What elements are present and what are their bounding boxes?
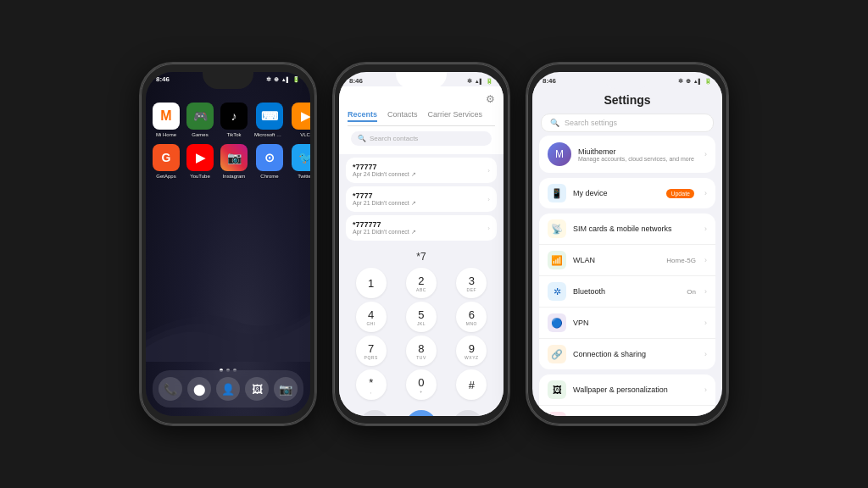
call-number: *7777 — [353, 191, 416, 200]
number-display: *7 — [339, 247, 504, 264]
wlan-value: Home-5G — [666, 257, 696, 264]
settings-item-device[interactable]: 📱 My device Update › — [539, 178, 715, 208]
chevron-icon: › — [704, 150, 707, 158]
dock-contacts-icon[interactable]: 👤 — [216, 377, 240, 401]
settings-search-bar[interactable]: 🔍 Search settings — [541, 114, 714, 132]
dialer-tabs: Recents Contacts Carrier Services — [348, 108, 495, 126]
call-info: Apr 21 Didn't connect ↗ — [353, 229, 416, 236]
settings-title: Settings — [542, 93, 712, 107]
status-icons: ✲⊕▲▌🔋 — [266, 76, 300, 83]
app-getapps[interactable]: G GetApps — [153, 144, 180, 179]
time-display: 8:46 — [349, 77, 363, 85]
search-icon: 🔍 — [550, 119, 559, 127]
app-chrome[interactable]: ⊙ Chrome — [254, 144, 285, 179]
settings-item-wallpaper[interactable]: 🖼 Wallpaper & personalization › — [539, 374, 715, 406]
dial-key-hash[interactable]: # — [456, 369, 487, 400]
dock-camera-icon[interactable]: ⬤ — [187, 377, 211, 401]
voicemail-button[interactable]: ☰ — [359, 410, 390, 416]
chevron-icon: › — [487, 167, 490, 175]
dial-key-star[interactable]: *, — [356, 369, 387, 400]
app-mi-home[interactable]: M Mi Home — [153, 103, 180, 137]
profile-name: Miuithemer — [578, 147, 698, 156]
app-label: YouTube — [190, 174, 210, 179]
search-placeholder: Search settings — [565, 119, 617, 127]
dock-gallery-icon[interactable]: 🖼 — [245, 377, 269, 401]
dock-phone-icon[interactable]: 📞 — [159, 377, 182, 401]
app-twitter[interactable]: 🐦 Twitter — [292, 144, 310, 179]
dial-key-3[interactable]: 3DEF — [456, 268, 487, 298]
dial-key-2[interactable]: 2ABC — [406, 268, 437, 298]
dial-key-0[interactable]: 0+ — [406, 369, 437, 400]
settings-icon[interactable]: ⚙ — [486, 93, 495, 105]
dial-key-1[interactable]: 1 — [356, 268, 387, 298]
sim-icon: 📡 — [548, 219, 566, 238]
device-icon: 📱 — [548, 184, 566, 202]
settings-item-lockscreen[interactable]: 🔒 Always-on display & Lock screen › — [539, 406, 715, 416]
time-display: 8:46 — [542, 77, 556, 85]
app-tiktok[interactable]: ♪ TikTok — [220, 103, 248, 137]
chevron-icon: › — [487, 196, 490, 203]
keypad-button[interactable]: ⌨ — [453, 410, 483, 416]
item-text: Connection & sharing — [573, 350, 698, 358]
time-display: 8:46 — [156, 75, 170, 83]
item-text: Wallpaper & personalization — [573, 385, 698, 394]
settings-item-sim[interactable]: 📡 SIM cards & mobile networks › — [539, 214, 715, 245]
tab-carrier[interactable]: Carrier Services — [428, 110, 483, 122]
settings-item-wlan[interactable]: 📶 WLAN Home-5G › — [539, 245, 715, 276]
call-number: *777777 — [353, 220, 416, 229]
app-vlc[interactable]: ▶ VLC — [292, 103, 310, 137]
dialer-screen: 8:46 ✲▲▌🔋 ⚙ Recents Contacts Carrier Ser… — [339, 72, 504, 416]
chevron-icon: › — [704, 385, 707, 394]
app-label: TikTok — [226, 132, 241, 137]
tab-contacts[interactable]: Contacts — [387, 110, 418, 122]
lock-icon: 🔒 — [548, 412, 566, 416]
bluetooth-value: On — [687, 288, 696, 296]
settings-item-bluetooth[interactable]: ✲ Bluetooth On › — [539, 276, 715, 308]
app-label: Games — [192, 132, 208, 137]
app-label: Twitter — [298, 174, 310, 179]
call-number: *77777 — [353, 163, 416, 171]
call-item-3[interactable]: *777777 Apr 21 Didn't connect ↗ › — [346, 215, 497, 241]
chevron-icon: › — [704, 189, 707, 197]
dock-camera2-icon[interactable]: 📷 — [274, 377, 298, 401]
search-placeholder: Search contacts — [370, 135, 418, 142]
call-button[interactable]: 📞 — [406, 410, 437, 416]
profile-item[interactable]: M Miuithemer Manage accounts, cloud serv… — [539, 136, 715, 173]
call-item-1[interactable]: *77777 Apr 24 Didn't connect ↗ › — [346, 158, 497, 183]
settings-item-vpn[interactable]: 🔵 VPN › — [539, 308, 715, 339]
item-label: VPN — [573, 319, 698, 327]
settings-list: M Miuithemer Manage accounts, cloud serv… — [532, 136, 722, 416]
avatar: M — [548, 142, 571, 166]
chevron-icon: › — [704, 256, 707, 264]
app-instagram[interactable]: 📷 Instagram — [220, 144, 248, 179]
bluetooth-icon: ✲ — [548, 282, 566, 301]
call-list: *77777 Apr 24 Didn't connect ↗ › *7777 A… — [339, 154, 504, 247]
dialpad: 1 2ABC 3DEF 4GHI 5JKL 6MNO 7PQRS 8TUV 9W… — [339, 264, 504, 403]
connection-icon: 🔗 — [548, 345, 566, 363]
item-text: Bluetooth — [573, 287, 680, 296]
chevron-icon: › — [487, 225, 490, 232]
settings-item-connection[interactable]: 🔗 Connection & sharing › — [539, 339, 715, 369]
contact-search[interactable]: 🔍 Search contacts — [351, 131, 492, 146]
dial-key-8[interactable]: 8TUV — [406, 336, 437, 366]
dial-actions: ☰ 📞 ⌨ — [339, 403, 504, 416]
network-section: 📡 SIM cards & mobile networks › 📶 WLAN H… — [539, 214, 715, 369]
app-swiftkey[interactable]: ⌨ Microsoft SwiftKey — [254, 103, 285, 137]
dial-key-7[interactable]: 7PQRS — [356, 336, 387, 366]
dial-key-9[interactable]: 9WXYZ — [456, 336, 487, 366]
app-games[interactable]: 🎮 Games — [186, 103, 214, 137]
call-item-2[interactable]: *7777 Apr 21 Didn't connect ↗ › — [346, 186, 497, 212]
display-section: 🖼 Wallpaper & personalization › 🔒 Always… — [539, 374, 715, 416]
item-text: My device — [573, 189, 659, 197]
dial-key-6[interactable]: 6MNO — [456, 302, 487, 332]
update-badge: Update — [666, 189, 694, 198]
app-youtube[interactable]: ▶ YouTube — [186, 144, 214, 179]
settings-screen: 8:46 ✲⊕▲▌🔋 Settings 🔍 Search settings — [532, 72, 722, 416]
tab-recents[interactable]: Recents — [348, 110, 377, 122]
app-label: GetApps — [156, 174, 175, 179]
wallpaper-icon: 🖼 — [548, 380, 566, 399]
dial-key-5[interactable]: 5JKL — [406, 302, 437, 332]
profile-text: Miuithemer Manage accounts, cloud servic… — [578, 147, 698, 162]
item-label: My device — [573, 189, 659, 197]
dial-key-4[interactable]: 4GHI — [356, 302, 387, 332]
